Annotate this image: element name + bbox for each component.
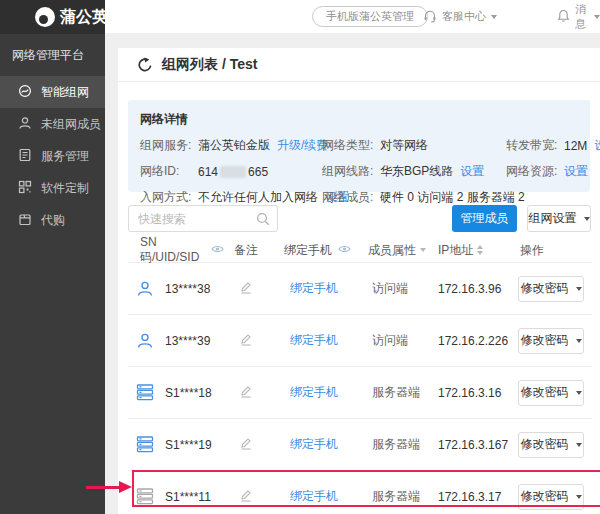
bind-phone-cell: 绑定手机 xyxy=(268,332,356,349)
network-details-panel: 网络详情 组网服务: 蒲公英铂金版 升级/续费 网络类型: 对等网络 转发带宽:… xyxy=(128,100,590,192)
field-network-type: 网络类型: 对等网络 xyxy=(322,137,506,154)
chevron-down-icon xyxy=(576,339,582,343)
change-password-button[interactable]: 修改密码 xyxy=(518,432,584,458)
action-cell: 修改密码 xyxy=(510,380,592,406)
edit-note-icon[interactable] xyxy=(239,280,253,297)
action-cell: 修改密码 xyxy=(510,484,592,510)
header-ip[interactable]: IP地址 xyxy=(430,242,510,259)
note-cell xyxy=(224,488,268,505)
sidebar-item-label: 未组网成员 xyxy=(41,116,101,133)
field-network-line: 组网线路: 华东BGP线路 设置 xyxy=(322,163,506,180)
member-role: 服务器端 xyxy=(356,436,430,453)
edit-note-icon[interactable] xyxy=(239,488,253,505)
member-id-cell: S1****19 xyxy=(128,436,224,453)
member-ip: 172.16.3.16 xyxy=(430,386,510,400)
custom-icon xyxy=(18,180,32,197)
edit-note-icon[interactable] xyxy=(239,332,253,349)
sidebar-item-ungrouped-members[interactable]: 未组网成员 xyxy=(0,108,105,140)
manage-members-button[interactable]: 管理成员 xyxy=(452,205,517,232)
chevron-down-icon xyxy=(576,443,582,447)
header-bind-phone: 绑定手机 xyxy=(268,242,356,259)
back-icon[interactable] xyxy=(137,57,153,73)
bind-phone-link[interactable]: 绑定手机 xyxy=(290,333,338,347)
details-title: 网络详情 xyxy=(140,111,590,128)
bind-phone-link[interactable]: 绑定手机 xyxy=(290,437,338,451)
header-member-role[interactable]: 成员属性 xyxy=(356,242,430,259)
members-table: SN码/UID/SID 备注 绑定手机 xyxy=(128,238,592,514)
topbar: 手机版蒲公英管理 客服中心 消息 xyxy=(105,0,600,33)
member-type-icon xyxy=(136,436,154,453)
brand-logo[interactable]: 蒲公英 xyxy=(0,0,105,34)
service-icon xyxy=(18,148,32,165)
purchase-icon xyxy=(18,212,32,229)
field-bandwidth: 转发带宽: 12M 设置 xyxy=(506,137,600,154)
support-dropdown[interactable]: 客服中心 xyxy=(423,0,497,33)
bind-phone-cell: 绑定手机 xyxy=(268,436,356,453)
member-id-cell: 13****38 xyxy=(128,280,224,298)
member-id: 13****39 xyxy=(165,334,210,348)
search-box xyxy=(128,205,278,232)
member-id: 13****38 xyxy=(165,282,210,296)
member-ip: 172.16.3.167 xyxy=(430,438,510,452)
bind-phone-link[interactable]: 绑定手机 xyxy=(290,385,338,399)
action-cell: 修改密码 xyxy=(510,328,592,354)
support-label: 客服中心 xyxy=(442,9,486,24)
member-id-cell: S1****11 xyxy=(128,488,224,505)
redacted-block xyxy=(220,166,246,178)
details-grid: 组网服务: 蒲公英铂金版 升级/续费 网络类型: 对等网络 转发带宽: 12M … xyxy=(140,137,590,206)
member-type-icon xyxy=(136,332,154,350)
field-network-resource: 网络资源: 设置 xyxy=(506,163,600,180)
header-action: 操作 xyxy=(510,242,592,259)
bind-phone-link[interactable]: 绑定手机 xyxy=(290,489,338,503)
action-cell: 修改密码 xyxy=(510,276,592,302)
edit-note-icon[interactable] xyxy=(239,384,253,401)
action-cell: 修改密码 xyxy=(510,432,592,458)
network-icon xyxy=(18,84,32,101)
change-password-button[interactable]: 修改密码 xyxy=(518,276,584,302)
line-settings-link[interactable]: 设置 xyxy=(460,163,484,180)
sort-icon xyxy=(477,245,483,255)
change-password-button[interactable]: 修改密码 xyxy=(518,328,584,354)
change-password-button[interactable]: 修改密码 xyxy=(518,484,584,510)
main-card: 组网列表 / Test 网络详情 组网服务: 蒲公英铂金版 升级/续费 网络类型… xyxy=(118,48,600,514)
upgrade-renew-link[interactable]: 升级/续费 xyxy=(277,137,328,154)
eye-icon[interactable] xyxy=(338,243,351,257)
resource-settings-link[interactable]: 设置 xyxy=(564,163,588,180)
chevron-down-icon xyxy=(584,217,590,221)
sidebar-item-software-custom[interactable]: 软件定制 xyxy=(0,172,105,204)
member-role: 访问端 xyxy=(356,280,430,297)
member-ip: 172.16.2.226 xyxy=(430,334,510,348)
search-input[interactable] xyxy=(129,206,277,231)
sidebar: 蒲公英 网络管理平台 智能组网 未组网成员 xyxy=(0,0,105,514)
bandwidth-settings-link[interactable]: 设置 xyxy=(594,137,600,154)
chevron-down-icon xyxy=(576,495,582,499)
note-cell xyxy=(224,280,268,297)
sidebar-item-purchase[interactable]: 代购 xyxy=(0,204,105,236)
sidebar-item-service-management[interactable]: 服务管理 xyxy=(0,140,105,172)
member-ip: 172.16.3.96 xyxy=(430,282,510,296)
network-settings-button[interactable]: 组网设置 xyxy=(527,205,591,232)
member-type-icon xyxy=(136,384,154,401)
change-password-button[interactable]: 修改密码 xyxy=(518,380,584,406)
headset-icon xyxy=(423,9,437,25)
edit-note-icon[interactable] xyxy=(239,436,253,453)
note-cell xyxy=(224,384,268,401)
brand-name: 蒲公英 xyxy=(60,7,108,28)
member-type-icon xyxy=(136,280,154,298)
messages-label: 消息 xyxy=(575,2,589,32)
network-id-value: 614665 xyxy=(198,165,268,179)
member-id: S1****18 xyxy=(165,386,212,400)
dandelion-logo-icon xyxy=(35,7,55,27)
member-row: 13****39 绑定手机 访问端 172.16.2.226 修改密码 xyxy=(128,314,592,366)
member-row: 13****38 绑定手机 访问端 172.16.3.96 修改密码 xyxy=(128,262,592,314)
sidebar-item-smart-network[interactable]: 智能组网 xyxy=(0,76,105,108)
table-header: SN码/UID/SID 备注 绑定手机 xyxy=(128,238,592,262)
bell-icon xyxy=(557,9,570,24)
mobile-manage-button[interactable]: 手机版蒲公英管理 xyxy=(312,6,428,27)
member-id-cell: S1****18 xyxy=(128,384,224,401)
note-cell xyxy=(224,332,268,349)
bind-phone-link[interactable]: 绑定手机 xyxy=(290,281,338,295)
member-type-icon xyxy=(136,488,154,505)
eye-icon[interactable] xyxy=(211,243,224,257)
messages-dropdown[interactable]: 消息 xyxy=(557,0,600,33)
